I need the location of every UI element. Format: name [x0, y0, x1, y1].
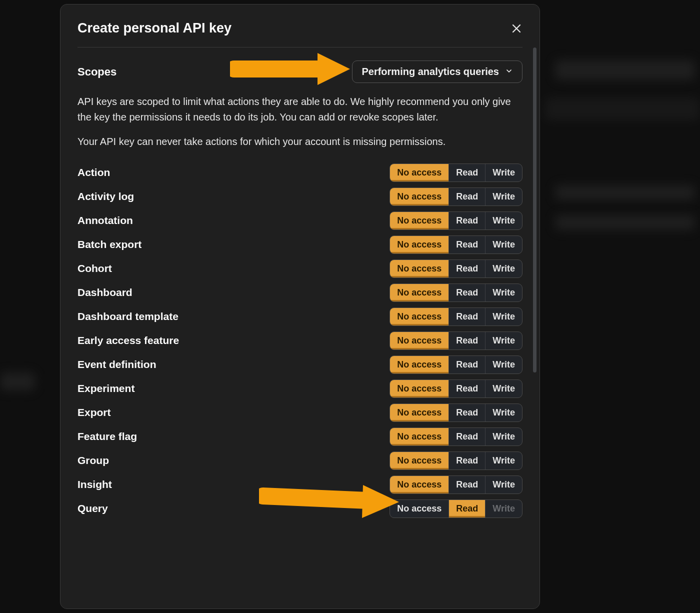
permission-option-none[interactable]: No access: [390, 284, 449, 302]
permission-option-none[interactable]: No access: [390, 332, 449, 350]
scope-name: Early access feature: [78, 334, 179, 346]
permission-segmented-control: No accessReadWrite: [390, 332, 522, 350]
permission-option-read[interactable]: Read: [449, 212, 486, 230]
permission-option-write[interactable]: Write: [486, 356, 522, 374]
permission-option-write[interactable]: Write: [486, 260, 522, 278]
scope-name: Query: [78, 502, 108, 514]
scope-name: Dashboard template: [78, 310, 178, 322]
permission-option-write[interactable]: Write: [486, 332, 522, 350]
permission-segmented-control: No accessReadWrite: [390, 236, 522, 254]
permission-option-none[interactable]: No access: [390, 476, 449, 494]
permission-option-none[interactable]: No access: [390, 380, 449, 398]
permission-option-write[interactable]: Write: [486, 188, 522, 206]
permission-option-none[interactable]: No access: [390, 212, 449, 230]
permission-option-none[interactable]: No access: [390, 164, 449, 182]
scope-name: Activity log: [78, 190, 134, 202]
permission-option-none[interactable]: No access: [390, 236, 449, 254]
scrollbar[interactable]: [533, 48, 536, 372]
permission-segmented-control: No accessReadWrite: [390, 188, 522, 206]
chevron-down-icon: [505, 66, 513, 78]
permission-option-read[interactable]: Read: [449, 356, 486, 374]
permission-segmented-control: No accessReadWrite: [390, 212, 522, 230]
permission-option-none[interactable]: No access: [390, 260, 449, 278]
permission-segmented-control: No accessReadWrite: [390, 356, 522, 374]
permission-option-read[interactable]: Read: [449, 260, 486, 278]
scope-description-1: API keys are scoped to limit what action…: [78, 94, 522, 125]
scope-row: ActionNo accessReadWrite: [78, 160, 522, 184]
scope-name: Group: [78, 454, 109, 466]
permission-segmented-control: No accessReadWrite: [390, 380, 522, 398]
scope-row: QueryNo accessReadWrite: [78, 496, 522, 520]
scope-row: Feature flagNo accessReadWrite: [78, 424, 522, 448]
close-icon[interactable]: [510, 22, 522, 34]
scope-preset-select[interactable]: Performing analytics queries: [352, 60, 522, 83]
permission-option-none[interactable]: No access: [390, 428, 449, 446]
permission-segmented-control: No accessReadWrite: [390, 260, 522, 278]
permission-option-read[interactable]: Read: [449, 452, 486, 470]
permission-segmented-control: No accessReadWrite: [390, 164, 522, 182]
permission-option-none[interactable]: No access: [390, 188, 449, 206]
permission-option-read[interactable]: Read: [449, 236, 486, 254]
permission-option-write[interactable]: Write: [486, 236, 522, 254]
permission-segmented-control: No accessReadWrite: [390, 308, 522, 326]
scope-preset-label: Performing analytics queries: [362, 66, 499, 78]
scope-name: Insight: [78, 478, 112, 490]
scope-name: Annotation: [78, 214, 133, 226]
permission-option-read[interactable]: Read: [449, 188, 486, 206]
permission-option-read[interactable]: Read: [449, 380, 486, 398]
permission-option-none[interactable]: No access: [390, 308, 449, 326]
permission-option-write[interactable]: Write: [486, 380, 522, 398]
permission-option-none[interactable]: No access: [390, 500, 449, 518]
scope-name: Batch export: [78, 238, 142, 250]
scope-row: ExportNo accessReadWrite: [78, 400, 522, 424]
permission-option-write[interactable]: Write: [486, 476, 522, 494]
permission-option-read[interactable]: Read: [449, 404, 486, 422]
permission-segmented-control: No accessReadWrite: [390, 428, 522, 446]
permission-option-write: Write: [486, 500, 522, 518]
scope-row: CohortNo accessReadWrite: [78, 256, 522, 280]
permission-option-write[interactable]: Write: [486, 284, 522, 302]
scope-row: DashboardNo accessReadWrite: [78, 280, 522, 304]
scope-row: InsightNo accessReadWrite: [78, 472, 522, 496]
permission-option-none[interactable]: No access: [390, 356, 449, 374]
scope-row: Early access featureNo accessReadWrite: [78, 328, 522, 352]
scope-row: AnnotationNo accessReadWrite: [78, 208, 522, 232]
permission-option-read[interactable]: Read: [449, 428, 486, 446]
scope-row: GroupNo accessReadWrite: [78, 448, 522, 472]
permission-option-write[interactable]: Write: [486, 212, 522, 230]
permission-option-read[interactable]: Read: [449, 284, 486, 302]
permission-option-read[interactable]: Read: [449, 332, 486, 350]
permission-option-write[interactable]: Write: [486, 452, 522, 470]
permission-option-read[interactable]: Read: [449, 164, 486, 182]
scope-description-2: Your API key can never take actions for …: [78, 134, 522, 150]
permission-option-write[interactable]: Write: [486, 164, 522, 182]
permission-option-read[interactable]: Read: [449, 308, 486, 326]
permission-option-write[interactable]: Write: [486, 308, 522, 326]
scope-name: Cohort: [78, 262, 112, 274]
scope-row: ExperimentNo accessReadWrite: [78, 376, 522, 400]
permission-segmented-control: No accessReadWrite: [390, 452, 522, 470]
permission-option-write[interactable]: Write: [486, 428, 522, 446]
scope-permission-list: ActionNo accessReadWriteActivity logNo a…: [78, 160, 522, 520]
permission-option-read[interactable]: Read: [449, 476, 486, 494]
permission-option-none[interactable]: No access: [390, 404, 449, 422]
scope-name: Feature flag: [78, 430, 137, 442]
scope-name: Event definition: [78, 358, 156, 370]
scope-name: Dashboard: [78, 286, 132, 298]
scope-row: Dashboard templateNo accessReadWrite: [78, 304, 522, 328]
scope-name: Export: [78, 406, 111, 418]
create-api-key-modal: Create personal API key Scopes Performin…: [60, 4, 540, 609]
scope-row: Batch exportNo accessReadWrite: [78, 232, 522, 256]
scope-name: Action: [78, 166, 110, 178]
modal-title: Create personal API key: [78, 20, 232, 36]
permission-option-write[interactable]: Write: [486, 404, 522, 422]
scope-name: Experiment: [78, 382, 134, 394]
permission-segmented-control: No accessReadWrite: [390, 476, 522, 494]
permission-option-read[interactable]: Read: [449, 500, 486, 518]
scopes-heading: Scopes: [78, 66, 116, 78]
permission-option-none[interactable]: No access: [390, 452, 449, 470]
permission-segmented-control: No accessReadWrite: [390, 284, 522, 302]
permission-segmented-control: No accessReadWrite: [390, 404, 522, 422]
scope-row: Event definitionNo accessReadWrite: [78, 352, 522, 376]
scope-row: Activity logNo accessReadWrite: [78, 184, 522, 208]
